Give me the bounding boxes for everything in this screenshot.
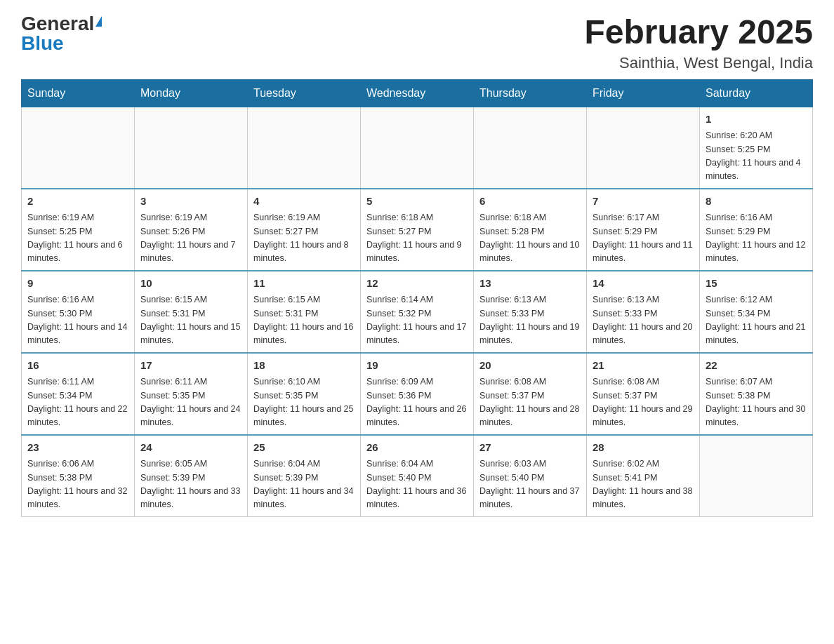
day-info: Sunrise: 6:05 AMSunset: 5:39 PMDaylight:… bbox=[140, 457, 241, 512]
weekday-header-saturday: Saturday bbox=[700, 79, 813, 107]
calendar-cell: 22Sunrise: 6:07 AMSunset: 5:38 PMDayligh… bbox=[700, 353, 813, 435]
day-number: 11 bbox=[253, 276, 355, 292]
day-info: Sunrise: 6:13 AMSunset: 5:33 PMDaylight:… bbox=[479, 293, 581, 348]
calendar-cell bbox=[474, 107, 587, 189]
day-number: 18 bbox=[253, 358, 355, 374]
day-info: Sunrise: 6:04 AMSunset: 5:40 PMDaylight:… bbox=[366, 457, 468, 512]
day-info: Sunrise: 6:20 AMSunset: 5:25 PMDaylight:… bbox=[706, 129, 807, 184]
day-number: 15 bbox=[706, 276, 807, 292]
day-info: Sunrise: 6:14 AMSunset: 5:32 PMDaylight:… bbox=[366, 293, 468, 348]
weekday-header-tuesday: Tuesday bbox=[248, 79, 361, 107]
day-info: Sunrise: 6:16 AMSunset: 5:29 PMDaylight:… bbox=[706, 211, 807, 266]
calendar-cell: 16Sunrise: 6:11 AMSunset: 5:34 PMDayligh… bbox=[22, 353, 135, 435]
calendar-cell: 3Sunrise: 6:19 AMSunset: 5:26 PMDaylight… bbox=[135, 189, 248, 271]
day-number: 20 bbox=[479, 358, 581, 374]
day-info: Sunrise: 6:16 AMSunset: 5:30 PMDaylight:… bbox=[27, 293, 128, 348]
day-number: 14 bbox=[593, 276, 694, 292]
calendar-week-row: 23Sunrise: 6:06 AMSunset: 5:38 PMDayligh… bbox=[22, 435, 813, 517]
day-number: 27 bbox=[479, 440, 581, 456]
day-number: 12 bbox=[366, 276, 468, 292]
day-info: Sunrise: 6:19 AMSunset: 5:25 PMDaylight:… bbox=[27, 211, 128, 266]
calendar-cell: 17Sunrise: 6:11 AMSunset: 5:35 PMDayligh… bbox=[135, 353, 248, 435]
calendar-cell: 19Sunrise: 6:09 AMSunset: 5:36 PMDayligh… bbox=[361, 353, 474, 435]
calendar-cell: 20Sunrise: 6:08 AMSunset: 5:37 PMDayligh… bbox=[474, 353, 587, 435]
logo-triangle-icon bbox=[95, 16, 102, 27]
weekday-header-friday: Friday bbox=[587, 79, 700, 107]
day-number: 16 bbox=[27, 358, 128, 374]
day-number: 9 bbox=[27, 276, 128, 292]
day-info: Sunrise: 6:12 AMSunset: 5:34 PMDaylight:… bbox=[706, 293, 807, 348]
page-header: General Blue February 2025 Sainthia, Wes… bbox=[21, 14, 813, 72]
day-info: Sunrise: 6:09 AMSunset: 5:36 PMDaylight:… bbox=[366, 375, 468, 430]
day-info: Sunrise: 6:08 AMSunset: 5:37 PMDaylight:… bbox=[593, 375, 694, 430]
day-number: 13 bbox=[479, 276, 581, 292]
weekday-header-thursday: Thursday bbox=[474, 79, 587, 107]
calendar-cell: 8Sunrise: 6:16 AMSunset: 5:29 PMDaylight… bbox=[700, 189, 813, 271]
day-number: 6 bbox=[479, 194, 581, 210]
calendar-cell bbox=[135, 107, 248, 189]
calendar-cell bbox=[587, 107, 700, 189]
day-info: Sunrise: 6:07 AMSunset: 5:38 PMDaylight:… bbox=[706, 375, 807, 430]
day-info: Sunrise: 6:19 AMSunset: 5:26 PMDaylight:… bbox=[140, 211, 241, 266]
day-number: 23 bbox=[27, 440, 128, 456]
calendar-cell: 11Sunrise: 6:15 AMSunset: 5:31 PMDayligh… bbox=[248, 271, 361, 353]
day-number: 1 bbox=[706, 112, 807, 128]
day-info: Sunrise: 6:15 AMSunset: 5:31 PMDaylight:… bbox=[140, 293, 241, 348]
calendar-cell: 14Sunrise: 6:13 AMSunset: 5:33 PMDayligh… bbox=[587, 271, 700, 353]
calendar-cell bbox=[361, 107, 474, 189]
calendar-cell: 27Sunrise: 6:03 AMSunset: 5:40 PMDayligh… bbox=[474, 435, 587, 517]
day-number: 24 bbox=[140, 440, 241, 456]
calendar-cell bbox=[700, 435, 813, 517]
day-number: 7 bbox=[593, 194, 694, 210]
calendar-cell: 25Sunrise: 6:04 AMSunset: 5:39 PMDayligh… bbox=[248, 435, 361, 517]
calendar-table: SundayMondayTuesdayWednesdayThursdayFrid… bbox=[21, 79, 813, 517]
day-number: 3 bbox=[140, 194, 241, 210]
calendar-cell: 4Sunrise: 6:19 AMSunset: 5:27 PMDaylight… bbox=[248, 189, 361, 271]
day-info: Sunrise: 6:18 AMSunset: 5:28 PMDaylight:… bbox=[479, 211, 581, 266]
day-number: 25 bbox=[253, 440, 355, 456]
day-info: Sunrise: 6:04 AMSunset: 5:39 PMDaylight:… bbox=[253, 457, 355, 512]
calendar-cell: 7Sunrise: 6:17 AMSunset: 5:29 PMDaylight… bbox=[587, 189, 700, 271]
logo-blue-text: Blue bbox=[21, 34, 64, 53]
day-info: Sunrise: 6:06 AMSunset: 5:38 PMDaylight:… bbox=[27, 457, 128, 512]
calendar-cell: 1Sunrise: 6:20 AMSunset: 5:25 PMDaylight… bbox=[700, 107, 813, 189]
calendar-cell: 9Sunrise: 6:16 AMSunset: 5:30 PMDaylight… bbox=[22, 271, 135, 353]
calendar-cell: 18Sunrise: 6:10 AMSunset: 5:35 PMDayligh… bbox=[248, 353, 361, 435]
calendar-cell: 23Sunrise: 6:06 AMSunset: 5:38 PMDayligh… bbox=[22, 435, 135, 517]
calendar-cell: 10Sunrise: 6:15 AMSunset: 5:31 PMDayligh… bbox=[135, 271, 248, 353]
calendar-cell bbox=[22, 107, 135, 189]
day-info: Sunrise: 6:11 AMSunset: 5:34 PMDaylight:… bbox=[27, 375, 128, 430]
calendar-cell: 26Sunrise: 6:04 AMSunset: 5:40 PMDayligh… bbox=[361, 435, 474, 517]
day-info: Sunrise: 6:17 AMSunset: 5:29 PMDaylight:… bbox=[593, 211, 694, 266]
day-number: 8 bbox=[706, 194, 807, 210]
day-info: Sunrise: 6:18 AMSunset: 5:27 PMDaylight:… bbox=[366, 211, 468, 266]
calendar-week-row: 9Sunrise: 6:16 AMSunset: 5:30 PMDaylight… bbox=[22, 271, 813, 353]
calendar-cell: 28Sunrise: 6:02 AMSunset: 5:41 PMDayligh… bbox=[587, 435, 700, 517]
weekday-header-monday: Monday bbox=[135, 79, 248, 107]
calendar-subtitle: Sainthia, West Bengal, India bbox=[584, 54, 813, 72]
day-info: Sunrise: 6:10 AMSunset: 5:35 PMDaylight:… bbox=[253, 375, 355, 430]
calendar-cell: 12Sunrise: 6:14 AMSunset: 5:32 PMDayligh… bbox=[361, 271, 474, 353]
day-number: 2 bbox=[27, 194, 128, 210]
day-number: 26 bbox=[366, 440, 468, 456]
day-number: 22 bbox=[706, 358, 807, 374]
day-number: 4 bbox=[253, 194, 355, 210]
logo-general-text: General bbox=[21, 14, 94, 34]
day-info: Sunrise: 6:15 AMSunset: 5:31 PMDaylight:… bbox=[253, 293, 355, 348]
calendar-cell bbox=[248, 107, 361, 189]
day-info: Sunrise: 6:19 AMSunset: 5:27 PMDaylight:… bbox=[253, 211, 355, 266]
day-number: 5 bbox=[366, 194, 468, 210]
day-number: 19 bbox=[366, 358, 468, 374]
weekday-header-wednesday: Wednesday bbox=[361, 79, 474, 107]
calendar-cell: 5Sunrise: 6:18 AMSunset: 5:27 PMDaylight… bbox=[361, 189, 474, 271]
logo: General Blue bbox=[21, 14, 102, 53]
calendar-week-row: 2Sunrise: 6:19 AMSunset: 5:25 PMDaylight… bbox=[22, 189, 813, 271]
weekday-header-row: SundayMondayTuesdayWednesdayThursdayFrid… bbox=[22, 79, 813, 107]
weekday-header-sunday: Sunday bbox=[22, 79, 135, 107]
day-number: 10 bbox=[140, 276, 241, 292]
day-info: Sunrise: 6:11 AMSunset: 5:35 PMDaylight:… bbox=[140, 375, 241, 430]
day-info: Sunrise: 6:03 AMSunset: 5:40 PMDaylight:… bbox=[479, 457, 581, 512]
calendar-cell: 6Sunrise: 6:18 AMSunset: 5:28 PMDaylight… bbox=[474, 189, 587, 271]
calendar-cell: 2Sunrise: 6:19 AMSunset: 5:25 PMDaylight… bbox=[22, 189, 135, 271]
day-number: 17 bbox=[140, 358, 241, 374]
